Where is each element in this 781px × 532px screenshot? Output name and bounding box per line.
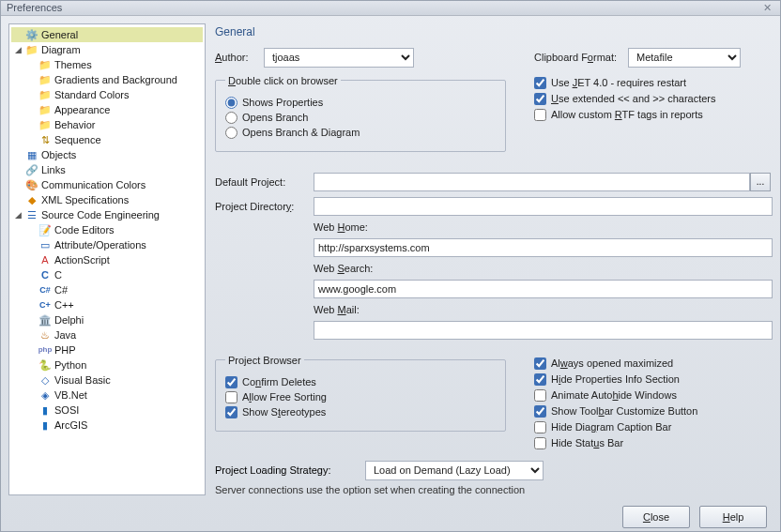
check-rtf[interactable]: Allow custom RTF tags in reports: [534, 109, 773, 121]
web-search-input[interactable]: [314, 280, 773, 298]
vbnet-icon: ◈: [38, 388, 52, 402]
clipboard-select[interactable]: Metafile: [628, 48, 741, 68]
project-dir-label: Project Directory:: [215, 201, 314, 212]
radio-opens-branch-diagram[interactable]: Opens Branch & Diagram: [225, 127, 496, 139]
nav-tree[interactable]: ⚙️ General ◢ 📁 Diagram 📁Themes 📁Gradien: [8, 23, 206, 495]
help-button[interactable]: Help: [699, 506, 767, 528]
tree-item-gradients[interactable]: 📁Gradients and Background: [24, 72, 203, 87]
tree-item-php[interactable]: phpPHP: [24, 342, 203, 357]
editor-icon: 📝: [38, 223, 52, 236]
titlebar: Preferences ✕: [1, 1, 780, 16]
check-ext-chars[interactable]: Use extended << and >> characters: [534, 93, 773, 105]
tree-item-actionscript[interactable]: AActionScript: [24, 252, 203, 267]
tree-item-cpp[interactable]: C+C++: [24, 297, 203, 312]
body: ⚙️ General ◢ 📁 Diagram 📁Themes 📁Gradien: [1, 16, 780, 503]
radio-opens-branch[interactable]: Opens Branch: [225, 112, 496, 124]
page-title: General: [213, 23, 773, 48]
folder-icon: 📁: [38, 73, 52, 86]
xml-icon: ◆: [25, 193, 38, 206]
footer: Close Help: [1, 503, 780, 531]
strategy-hint: Server connections use the option set wh…: [215, 484, 773, 495]
author-label: Author:: [215, 52, 264, 63]
tree-item-comm-colors[interactable]: 🎨Communication Colors: [11, 177, 203, 192]
check-autohide[interactable]: Animate Autohide Windows: [534, 389, 773, 402]
folder-icon: 📁: [38, 103, 52, 116]
tree-item-objects[interactable]: ▦Objects: [11, 147, 203, 162]
clipboard-label: Clipboard Format:: [534, 52, 628, 63]
tree-item-behavior[interactable]: 📁Behavior: [24, 117, 203, 132]
gear-icon: ⚙️: [25, 28, 38, 41]
sequence-icon: ⇅: [38, 133, 52, 146]
main-panel: General Author: tjoaas Double click on b…: [213, 23, 773, 495]
objects-icon: ▦: [25, 148, 38, 161]
double-click-legend: Double click on browser: [225, 75, 341, 86]
check-free-sort[interactable]: Allow Free Sorting: [225, 391, 496, 403]
check-stereotypes[interactable]: Show Stereotypes: [225, 406, 496, 418]
arcgis-icon: ▮: [38, 418, 52, 432]
tree-item-code-editors[interactable]: 📝Code Editors: [24, 222, 203, 237]
check-status[interactable]: Hide Status Bar: [534, 437, 773, 449]
tree-item-arcgis[interactable]: ▮ArcGIS: [24, 418, 203, 433]
radio-shows-properties[interactable]: Shows Properties: [225, 97, 496, 109]
tree-item-vbnet[interactable]: ◈VB.Net: [24, 388, 203, 403]
tree-item-delphi[interactable]: 🏛️Delphi: [24, 312, 203, 327]
web-home-label: Web Home:: [314, 221, 750, 233]
project-browser-legend: Project Browser: [225, 355, 304, 366]
web-search-label: Web Search:: [314, 263, 750, 274]
tree-item-sosi[interactable]: ▮SOSI: [24, 403, 203, 418]
tree-item-attr-ops[interactable]: ▭Attribute/Operations: [24, 237, 203, 252]
project-browser-group: Project Browser Confirm Deletes Allow Fr…: [215, 355, 506, 432]
close-button[interactable]: Close: [622, 506, 690, 528]
close-icon[interactable]: ✕: [759, 2, 774, 14]
java-icon: ♨: [38, 328, 52, 342]
cpp-icon: C+: [38, 298, 52, 312]
default-project-input[interactable]: [314, 173, 750, 191]
tree-item-general[interactable]: ⚙️ General: [11, 27, 203, 42]
strategy-label: Project Loading Strategy:: [215, 464, 356, 476]
author-select[interactable]: tjoaas: [264, 48, 414, 68]
palette-icon: 🎨: [25, 178, 38, 191]
links-icon: 🔗: [25, 163, 38, 176]
tree-item-vb[interactable]: ◇Visual Basic: [24, 372, 203, 388]
code-icon: ☰: [25, 208, 38, 221]
tree-item-c[interactable]: CC: [24, 267, 203, 282]
sosi-icon: ▮: [38, 403, 52, 417]
web-home-input[interactable]: [314, 238, 773, 257]
vb-icon: ◇: [38, 373, 52, 387]
tree-item-python[interactable]: 🐍Python: [24, 357, 203, 372]
browse-button[interactable]: ...: [750, 173, 771, 191]
tree-item-csharp[interactable]: C#C#: [24, 282, 203, 297]
check-caption[interactable]: Hide Diagram Caption Bar: [534, 421, 773, 433]
check-hide-props[interactable]: Hide Properties Info Section: [534, 373, 773, 386]
check-confirm-deletes[interactable]: Confirm Deletes: [225, 376, 496, 388]
folder-icon: 📁: [38, 58, 52, 71]
tree-item-standard-colors[interactable]: 📁Standard Colors: [24, 87, 203, 102]
folder-icon: 📁: [38, 88, 52, 101]
web-mail-input[interactable]: [314, 321, 773, 340]
window-title: Preferences: [7, 2, 759, 13]
folder-icon: 📁: [25, 43, 38, 56]
tree-item-sequence[interactable]: ⇅Sequence: [24, 132, 203, 147]
project-dir-input[interactable]: [314, 197, 773, 216]
csharp-icon: C#: [38, 283, 52, 296]
folder-icon: 📁: [38, 118, 52, 131]
tree-item-themes[interactable]: 📁Themes: [24, 57, 203, 72]
tree-item-xml-spec[interactable]: ◆XML Specifications: [11, 192, 203, 207]
double-click-group: Double click on browser Shows Properties…: [215, 75, 506, 152]
tree-item-links[interactable]: 🔗Links: [11, 162, 203, 177]
preferences-window: Preferences ✕ ⚙️ General ◢: [0, 0, 781, 532]
python-icon: 🐍: [38, 358, 52, 372]
tree-item-appearance[interactable]: 📁Appearance: [24, 102, 203, 117]
check-toolbar[interactable]: Show Toolbar Customize Button: [534, 405, 773, 418]
delphi-icon: 🏛️: [38, 313, 52, 327]
collapse-icon[interactable]: ◢: [13, 210, 23, 220]
attribute-icon: ▭: [38, 238, 52, 251]
tree-item-sce[interactable]: ◢ ☰ Source Code Engineering: [11, 207, 203, 222]
collapse-icon[interactable]: ◢: [13, 45, 23, 54]
tree-item-java[interactable]: ♨Java: [24, 327, 203, 342]
tree-item-diagram[interactable]: ◢ 📁 Diagram: [11, 42, 203, 57]
check-maximized[interactable]: Always opened maximized: [534, 357, 773, 370]
strategy-select[interactable]: Load on Demand (Lazy Load): [365, 461, 544, 480]
check-jet[interactable]: Use JET 4.0 - requires restart: [534, 77, 773, 89]
c-icon: C: [38, 268, 52, 281]
